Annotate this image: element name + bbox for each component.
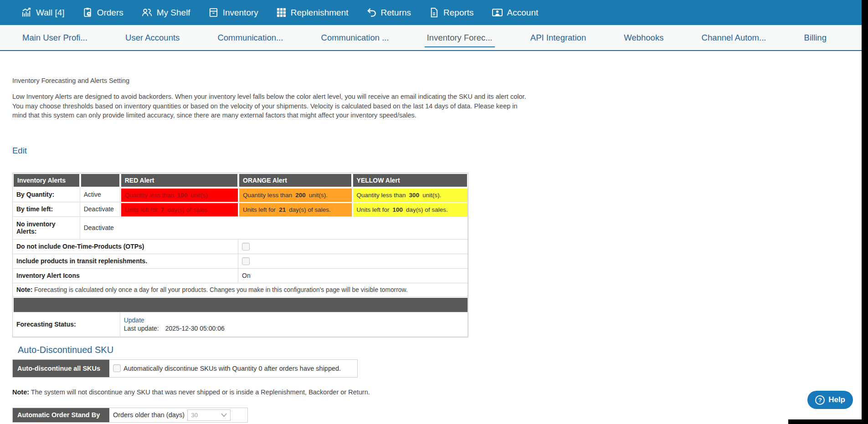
page-description: Low Inventory Alerts are designed to avo…	[12, 92, 641, 120]
tab-inventory-forecasting[interactable]: Inventory Forec...	[425, 25, 495, 50]
yellow-days-value: 100	[393, 206, 403, 213]
nav-reports-label: Reports	[443, 8, 474, 18]
by-time-left-label: By time left:	[13, 202, 80, 217]
account-badge-icon	[492, 7, 503, 18]
orange-days-value: 21	[279, 206, 286, 213]
alert-icons-value: On	[238, 269, 468, 283]
by-time-left-status: Deactivate	[80, 202, 120, 217]
by-time-yellow-cell: Units left for100day(s) of sales.	[352, 202, 468, 217]
order-standby-field-label: Orders older than (days)	[113, 411, 185, 419]
page-title: Inventory Forecasting and Alerts Setting	[12, 77, 868, 84]
nav-my-shelf[interactable]: My Shelf	[141, 7, 190, 18]
alert-icons-label: Inventory Alert Icons	[13, 269, 238, 283]
nav-orders-label: Orders	[97, 8, 123, 18]
note-label: Note:	[12, 388, 29, 396]
no-inventory-label: No inventory Alerts:	[13, 217, 80, 240]
tab-main-user-profile[interactable]: Main User Profi...	[20, 25, 90, 50]
nav-account-label: Account	[507, 8, 539, 18]
header-inventory-alerts: Inventory Alerts	[13, 173, 80, 188]
tab-billing[interactable]: Billing	[802, 25, 829, 50]
order-days-select-value: 30	[191, 412, 198, 419]
settings-tab-bar: Main User Profi... User Accounts Communi…	[0, 25, 868, 51]
question-mark-icon: ?	[815, 395, 825, 405]
by-time-orange-cell: Units left for21day(s) of sales.	[238, 202, 352, 217]
nav-inventory[interactable]: Inventory	[208, 7, 258, 18]
top-navigation-bar: Wall [4] Orders My Shelf Inventory	[0, 0, 868, 25]
order-standby-row: Automatic Order Stand By Orders older th…	[12, 408, 248, 423]
order-standby-row-label: Automatic Order Stand By	[13, 408, 109, 422]
otp-checkbox-cell	[238, 240, 468, 254]
no-inventory-status: Deactivate	[80, 217, 468, 240]
by-quantity-red-cell: Quantity less than100unit(s).	[120, 188, 238, 202]
tab-channel-automation[interactable]: Channel Autom...	[699, 25, 769, 50]
nav-account[interactable]: Account	[492, 7, 539, 18]
replenishment-grid-icon	[276, 7, 287, 18]
tab-api-integration[interactable]: API Integration	[528, 25, 588, 50]
by-quantity-label: By Quantity:	[13, 188, 80, 202]
forecasting-status-label: Forecasting Status:	[13, 312, 120, 337]
tab-webhooks[interactable]: Webhooks	[621, 25, 666, 50]
otp-label: Do not include One-Time-Products (OTPs)	[13, 240, 238, 254]
screen-edge-bottom	[788, 419, 868, 424]
by-quantity-orange-cell: Quantity less than200unit(s).	[238, 188, 352, 202]
nav-replenishment-label: Replenishment	[291, 8, 349, 18]
alerts-header-row: Inventory Alerts RED Alert ORANGE Alert …	[13, 173, 468, 188]
nav-reports[interactable]: Reports	[429, 7, 474, 18]
my-shelf-people-icon	[141, 7, 153, 18]
auto-discontinue-row-label: Auto-discontinue all SKUs	[13, 360, 109, 377]
nav-inventory-label: Inventory	[223, 8, 258, 18]
auto-discontinue-checkbox-label: Automatically discontinue SKUs with Quan…	[123, 365, 341, 372]
red-quantity-value: 100	[177, 192, 188, 199]
row-by-quantity: By Quantity: Active Quantity less than10…	[13, 188, 468, 202]
transit-checkbox[interactable]	[242, 257, 250, 265]
forecasting-status-cell: Update Last update:2025-12-30 05:00:06	[120, 312, 468, 337]
auto-discontinue-checkbox[interactable]	[113, 364, 121, 372]
by-quantity-status: Active	[80, 188, 120, 202]
transit-label: Include products in transit replenishmen…	[13, 254, 238, 269]
by-time-red-cell: Units left for7day(s) of sales.	[120, 202, 238, 217]
help-button[interactable]: ? Help	[807, 391, 853, 409]
nav-my-shelf-label: My Shelf	[157, 8, 190, 18]
last-update-value: 2025-12-30 05:00:06	[165, 325, 225, 332]
main-content: Inventory Forecasting and Alerts Setting…	[0, 77, 868, 423]
otp-checkbox[interactable]	[242, 243, 250, 250]
auto-discontinue-note: Note: The system will not discontinue an…	[12, 388, 868, 396]
order-days-select[interactable]: 30	[187, 409, 231, 421]
reports-document-icon	[429, 7, 439, 18]
table-note: Note: Forecasting is calculated only onc…	[13, 283, 468, 297]
inventory-box-icon	[208, 7, 219, 18]
orders-clipboard-icon	[82, 7, 93, 18]
auto-discontinued-heading: Auto-Discontinued SKU	[18, 345, 868, 355]
row-otp: Do not include One-Time-Products (OTPs)	[13, 240, 468, 254]
header-red-alert: RED Alert	[120, 173, 238, 188]
chevron-down-icon	[221, 413, 227, 417]
nav-wall-label: Wall [4]	[36, 8, 65, 18]
row-no-inventory-alerts: No inventory Alerts: Deactivate	[13, 217, 468, 240]
nav-orders[interactable]: Orders	[82, 7, 123, 18]
transit-checkbox-cell	[238, 254, 468, 269]
nav-replenishment[interactable]: Replenishment	[276, 7, 349, 18]
help-button-label: Help	[828, 395, 845, 404]
tab-communication-2[interactable]: Communication ...	[319, 25, 391, 50]
update-link[interactable]: Update	[124, 317, 464, 324]
auto-discontinue-field: Automatically discontinue SKUs with Quan…	[109, 360, 344, 377]
yellow-quantity-value: 300	[409, 192, 420, 199]
edit-link[interactable]: Edit	[12, 146, 27, 156]
screen-edge-right	[862, 0, 868, 424]
auto-discontinue-row: Auto-discontinue all SKUs Automatically …	[12, 359, 358, 378]
wall-chart-icon	[21, 7, 32, 18]
by-quantity-yellow-cell: Quantity less than300unit(s).	[352, 188, 468, 202]
order-standby-field: Orders older than (days) 30	[109, 408, 234, 422]
header-empty	[80, 173, 120, 188]
returns-undo-icon	[366, 7, 377, 18]
tab-communication-1[interactable]: Communication...	[215, 25, 285, 50]
nav-returns[interactable]: Returns	[366, 7, 411, 18]
row-transit: Include products in transit replenishmen…	[13, 254, 468, 269]
row-forecasting-status: Forecasting Status: Update Last update:2…	[13, 312, 468, 337]
last-update-line: Last update:2025-12-30 05:00:06	[124, 325, 464, 332]
nav-wall[interactable]: Wall [4]	[21, 7, 65, 18]
row-alert-icons: Inventory Alert Icons On	[13, 269, 468, 283]
red-days-value: 7	[161, 206, 164, 213]
tab-user-accounts[interactable]: User Accounts	[123, 25, 182, 50]
header-yellow-alert: YELLOW Alert	[352, 173, 468, 188]
